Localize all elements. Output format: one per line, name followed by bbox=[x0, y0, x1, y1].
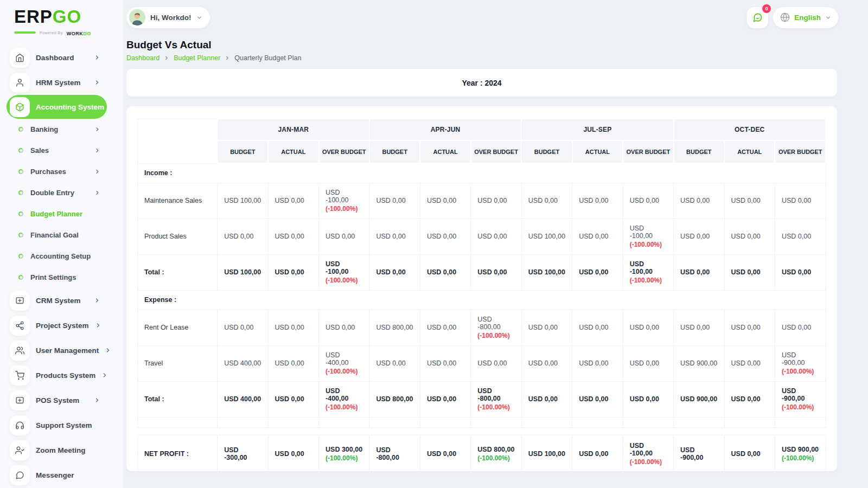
value-cell: USD 100,00 bbox=[218, 254, 268, 290]
percent-value: (-100.00%) bbox=[326, 205, 362, 213]
sidebar-item-print-settings[interactable]: Print Settings bbox=[7, 267, 107, 288]
amount-value: USD 0,00 bbox=[275, 197, 312, 204]
chevron-right-icon bbox=[94, 54, 100, 61]
cart-icon bbox=[10, 365, 30, 386]
amount-value: USD 0,00 bbox=[680, 324, 717, 331]
sidebar-item-label: Dashboard bbox=[36, 54, 88, 62]
user-menu-button[interactable]: Hi, Workdo! bbox=[126, 7, 210, 28]
sidebar-item-budget-planner[interactable]: Budget Planner bbox=[7, 203, 107, 224]
amount-value: USD 0,00 bbox=[731, 197, 768, 204]
sidebar-item-user-management[interactable]: User Management bbox=[7, 338, 107, 363]
quarter-header-jul-sep: JUL-SEP bbox=[521, 119, 673, 140]
amount-value: USD -800,00 bbox=[477, 316, 514, 331]
brand-logo[interactable]: ERPGO Powered By WORKDO bbox=[0, 0, 123, 40]
value-cell: USD -100,00(-100.00%) bbox=[623, 435, 673, 473]
table-row-maintenance-sales: Maintenance SalesUSD 100,00USD 0,00USD -… bbox=[138, 183, 826, 219]
table-row-rent-or-lease: Rent Or LeaseUSD 0,00USD 0,00USD 0,00USD… bbox=[138, 310, 826, 345]
sidebar-item-double-entry[interactable]: Double Entry bbox=[7, 182, 107, 203]
amount-value: USD 0,00 bbox=[528, 197, 565, 204]
sidebar-item-purchases[interactable]: Purchases bbox=[7, 161, 107, 182]
sidebar-item-financial-goal[interactable]: Financial Goal bbox=[7, 224, 107, 246]
table-row-total: Total :USD 100,00USD 0,00USD -100,00(-10… bbox=[138, 254, 826, 290]
language-selector[interactable]: English bbox=[773, 7, 838, 28]
notifications-button[interactable]: 0 bbox=[747, 7, 768, 28]
amount-value: USD 0,00 bbox=[427, 268, 464, 276]
row-label: Rent Or Lease bbox=[138, 310, 218, 345]
amount-value: USD 800,00 bbox=[376, 324, 413, 331]
amount-value: USD 0,00 bbox=[731, 268, 768, 276]
amount-value: USD 0,00 bbox=[427, 395, 464, 403]
percent-value: (-100.00%) bbox=[782, 403, 819, 411]
value-cell: USD 0,00 bbox=[268, 381, 318, 417]
sidebar-item-accounting-system[interactable]: Accounting System bbox=[7, 95, 107, 119]
chevron-right-icon bbox=[101, 372, 108, 378]
sidebar-item-banking[interactable]: Banking bbox=[7, 119, 107, 140]
sidebar-item-sales[interactable]: Sales bbox=[7, 140, 107, 161]
value-cell: USD -800,00 bbox=[369, 435, 420, 473]
metric-header-apr-jun-budget: BUDGET bbox=[369, 140, 420, 163]
amount-value: USD 0,00 bbox=[782, 233, 819, 240]
sidebar-subitem-label: Accounting Setup bbox=[30, 252, 100, 260]
sidebar-item-label: Accounting System bbox=[36, 103, 104, 111]
value-cell: USD 0,00 bbox=[775, 254, 826, 290]
value-cell: USD -100,00(-100.00%) bbox=[623, 219, 673, 254]
sidebar-subitem-label: Budget Planner bbox=[30, 210, 100, 218]
metric-header-apr-jun-over-budget: OVER BUDGET bbox=[471, 140, 521, 163]
value-cell: USD 0,00 bbox=[674, 254, 724, 290]
amount-value: USD 0,00 bbox=[224, 233, 261, 240]
chevron-right-icon bbox=[95, 322, 101, 329]
workdo-do: DO bbox=[83, 31, 91, 36]
value-cell: USD 0,00 bbox=[623, 345, 673, 381]
amount-value: USD 0,00 bbox=[376, 268, 413, 276]
value-cell: USD 0,00 bbox=[572, 219, 623, 254]
sidebar-item-label: CRM System bbox=[36, 297, 88, 305]
amount-value: USD 0,00 bbox=[275, 324, 312, 331]
bullet-icon bbox=[18, 211, 23, 216]
amount-value: USD -100,00 bbox=[630, 442, 667, 457]
value-cell: USD 0,00 bbox=[420, 381, 470, 417]
bullet-icon bbox=[18, 127, 23, 132]
sidebar-item-label: HRM System bbox=[36, 79, 88, 87]
spacer-cell bbox=[775, 417, 826, 427]
sidebar-item-project-system[interactable]: Project System bbox=[7, 313, 107, 338]
percent-value: (-100.00%) bbox=[477, 332, 514, 339]
window-plus-icon bbox=[10, 390, 30, 410]
metric-header-oct-dec-actual: ACTUAL bbox=[724, 140, 775, 163]
sidebar-item-zoom-meeting[interactable]: Zoom Meeting bbox=[7, 438, 107, 463]
sidebar-item-accounting-setup[interactable]: Accounting Setup bbox=[7, 246, 107, 267]
value-cell: USD 0,00 bbox=[268, 183, 318, 219]
breadcrumb-dashboard[interactable]: Dashboard bbox=[126, 54, 159, 62]
sidebar-item-products-system[interactable]: Products System bbox=[7, 363, 107, 388]
value-cell: USD 0,00 bbox=[319, 310, 369, 345]
amount-value: USD 0,00 bbox=[579, 450, 616, 458]
sidebar-subitem-label: Sales bbox=[30, 146, 87, 155]
sidebar-item-crm-system[interactable]: CRM System bbox=[7, 288, 107, 313]
sidebar-item-pos-system[interactable]: POS System bbox=[7, 388, 107, 413]
sidebar-item-support-system[interactable]: Support System bbox=[7, 413, 107, 438]
spacer-cell bbox=[623, 417, 673, 427]
percent-value: (-100.00%) bbox=[326, 403, 362, 411]
bullet-icon bbox=[18, 148, 23, 153]
chevron-right-icon bbox=[105, 347, 111, 354]
value-cell: USD 100,00 bbox=[521, 219, 572, 254]
value-cell: USD 900,00(-100.00%) bbox=[775, 435, 826, 473]
brand-underline bbox=[14, 31, 36, 34]
sidebar-subitem-label: Financial Goal bbox=[30, 231, 100, 239]
amount-value: USD -100,00 bbox=[630, 224, 667, 240]
amount-value: USD 900,00 bbox=[782, 446, 819, 453]
globe-icon bbox=[780, 12, 790, 22]
sidebar-item-hrm-system[interactable]: HRM System bbox=[7, 70, 107, 95]
value-cell: USD 0,00 bbox=[572, 435, 623, 473]
value-cell: USD 0,00 bbox=[268, 219, 318, 254]
sidebar-item-dashboard[interactable]: Dashboard bbox=[7, 45, 107, 70]
breadcrumb-budget-planner[interactable]: Budget Planner bbox=[174, 54, 220, 62]
amount-value: USD 100,00 bbox=[224, 197, 261, 204]
amount-value: USD 0,00 bbox=[630, 197, 667, 204]
sidebar-item-messenger[interactable]: Messenger bbox=[7, 463, 107, 487]
table-corner-cell bbox=[138, 119, 218, 163]
amount-value: USD 0,00 bbox=[275, 359, 312, 367]
row-label: Travel bbox=[138, 345, 218, 381]
gap-row bbox=[138, 427, 826, 435]
value-cell: USD 800,00 bbox=[369, 381, 420, 417]
value-cell: USD 0,00 bbox=[471, 183, 521, 219]
